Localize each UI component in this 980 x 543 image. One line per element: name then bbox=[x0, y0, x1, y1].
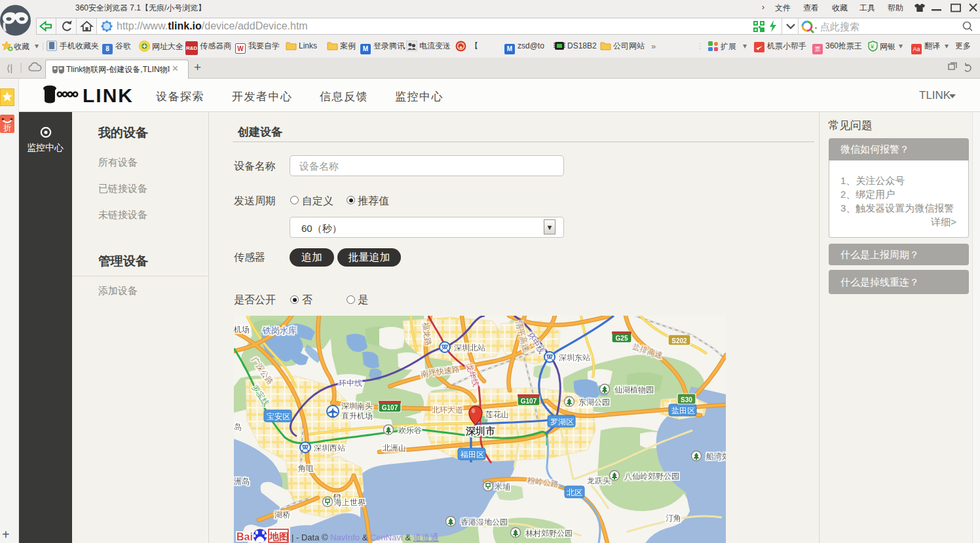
svg-text:地图: 地图 bbox=[269, 531, 289, 542]
svg-text:北环大道: 北环大道 bbox=[432, 405, 463, 415]
svg-text:宝安区: 宝安区 bbox=[267, 412, 290, 421]
svg-text:S30: S30 bbox=[681, 396, 692, 403]
svg-text:G25: G25 bbox=[616, 335, 628, 342]
svg-text:香港湿地公园: 香港湿地公园 bbox=[461, 517, 508, 527]
svg-text:角咀: 角咀 bbox=[297, 464, 314, 473]
svg-text:海上世界: 海上世界 bbox=[334, 498, 366, 507]
svg-text:¥: ¥ bbox=[870, 43, 875, 50]
svg-text:深圳北站: 深圳北站 bbox=[454, 343, 485, 352]
svg-text:湖桥: 湖桥 bbox=[274, 510, 290, 519]
svg-text:环中线: 环中线 bbox=[338, 379, 362, 388]
svg-text:深圳西站: 深圳西站 bbox=[314, 443, 345, 453]
svg-text:罗湖区: 罗湖区 bbox=[550, 417, 574, 426]
svg-text:船湾郊: 船湾郊 bbox=[706, 452, 726, 461]
svg-text:东湖公园: 东湖公园 bbox=[578, 398, 610, 407]
svg-text:北区: 北区 bbox=[567, 488, 582, 497]
svg-text:du: du bbox=[256, 537, 263, 543]
svg-text:折: 折 bbox=[3, 123, 11, 132]
svg-text:铁岗水库: 铁岗水库 bbox=[262, 326, 297, 335]
svg-text:深圳东站: 深圳东站 bbox=[559, 353, 590, 362]
svg-text:龙跃头: 龙跃头 bbox=[587, 476, 611, 485]
svg-text:莲花山: 莲花山 bbox=[485, 410, 509, 419]
svg-text:Bai: Bai bbox=[236, 531, 253, 542]
svg-text:S202: S202 bbox=[671, 337, 687, 345]
svg-text:欢乐谷: 欢乐谷 bbox=[398, 426, 422, 435]
svg-text:G107: G107 bbox=[382, 404, 398, 411]
svg-text:直升机场: 直升机场 bbox=[341, 411, 373, 421]
svg-text:机场: 机场 bbox=[234, 325, 250, 334]
svg-text:汀角: 汀角 bbox=[666, 514, 681, 523]
svg-text:深圳市: 深圳市 bbox=[465, 425, 495, 436]
svg-text:林村郊野公园: 林村郊野公园 bbox=[525, 529, 573, 538]
svg-text:仙湖植物园: 仙湖植物园 bbox=[614, 385, 654, 394]
svg-text:盐田区: 盐田区 bbox=[671, 406, 695, 415]
svg-text:福田区: 福田区 bbox=[460, 450, 484, 459]
svg-text:米埔: 米埔 bbox=[495, 482, 510, 491]
svg-text:LINK: LINK bbox=[83, 84, 134, 106]
svg-text:深圳南头: 深圳南头 bbox=[341, 402, 373, 411]
svg-text:北洲山: 北洲山 bbox=[383, 443, 406, 453]
svg-text:岛: 岛 bbox=[234, 422, 242, 432]
svg-text:| - Data © NavInfo & CenNavi &: | - Data © NavInfo & CenNavi & 道道通 bbox=[292, 533, 439, 542]
svg-text:洲岛: 洲岛 bbox=[234, 477, 250, 486]
svg-text:八仙岭郊野公园: 八仙岭郊野公园 bbox=[624, 472, 679, 481]
svg-text:G107: G107 bbox=[521, 398, 537, 405]
